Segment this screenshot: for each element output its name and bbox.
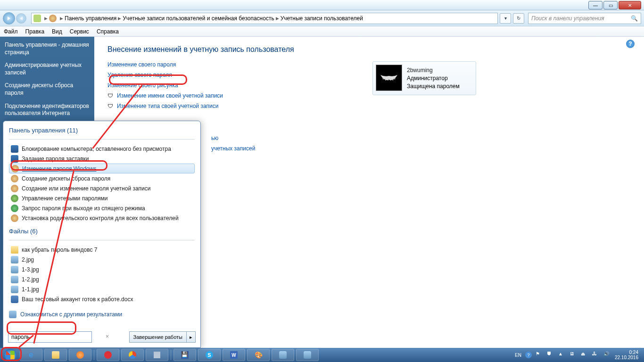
user-accounts-icon: [49, 15, 57, 22]
maximize-button[interactable]: ▭: [603, 1, 618, 9]
tray-icon[interactable]: ⛊: [547, 351, 554, 359]
result-icon: [11, 266, 18, 273]
taskbar-media[interactable]: [69, 349, 91, 361]
cp-result-item[interactable]: Изменение пароля Windows: [9, 164, 195, 173]
taskbar-skype[interactable]: S: [198, 349, 221, 361]
tray-icon[interactable]: ⚑: [536, 351, 543, 359]
avatar: [376, 65, 402, 91]
page-title: Внесение изменений в учетную запись поль…: [107, 45, 631, 54]
result-icon: [11, 286, 18, 293]
cp-result-item[interactable]: Управление сетевыми паролями: [9, 193, 195, 203]
crumb-0[interactable]: Панель управления: [65, 15, 116, 22]
breadcrumb[interactable]: ▶ ▶ Панель управления▶ Учетные записи по…: [31, 13, 498, 24]
refresh-button[interactable]: ↻: [513, 13, 524, 24]
tray-icon[interactable]: ⏏: [581, 351, 588, 359]
link-extra-1[interactable]: ью: [211, 135, 218, 141]
taskbar-save[interactable]: 💾: [173, 349, 196, 361]
shutdown-split-button[interactable]: Завершение работы ▸: [129, 331, 196, 343]
tray-volume-icon[interactable]: 🔊: [603, 351, 611, 359]
file-result-item[interactable]: как убрать пароль виндовс 7: [9, 245, 195, 255]
user-role: Администратор: [407, 74, 460, 82]
taskbar-app1[interactable]: [146, 349, 168, 361]
clear-search-icon[interactable]: ×: [106, 333, 109, 340]
computer-icon: [33, 15, 41, 22]
cp-result-item[interactable]: Установка родительского контроля для все…: [9, 213, 195, 223]
result-label: Задание пароля заставки: [22, 156, 89, 162]
taskbar: e 💾 S W 🎨 EN ? ⚑ ⛊ ▲ 🖥 ⏏ 🖧 🔊 0:24 22.10.…: [0, 348, 644, 362]
result-icon: [11, 155, 18, 163]
cp-result-item[interactable]: Создание или изменение пароля учетной за…: [9, 183, 195, 193]
crumb-2[interactable]: Учетные записи пользователей: [281, 15, 363, 22]
cp-result-item[interactable]: Задание пароля заставки: [9, 154, 195, 164]
close-button[interactable]: ✕: [619, 1, 641, 9]
sidebar-manage-accounts[interactable]: Администрирование учетных записей: [5, 62, 90, 76]
file-result-item[interactable]: 1-2.jpg: [9, 274, 195, 284]
user-protected: Защищена паролем: [407, 82, 460, 90]
shutdown-button[interactable]: Завершение работы: [129, 331, 187, 343]
tray-network-icon[interactable]: 🖧: [592, 351, 600, 359]
see-all-results[interactable]: Ознакомиться с другими результатами: [9, 311, 195, 318]
minimize-button[interactable]: —: [588, 1, 603, 9]
shutdown-options-button[interactable]: ▸: [187, 331, 196, 343]
taskbar-chrome[interactable]: [121, 349, 144, 361]
sidebar-home[interactable]: Панель управления - домашняя страница: [5, 41, 90, 56]
cp-result-item[interactable]: Создание дискеты сброса пароля: [9, 173, 195, 183]
result-label: 1-3.jpg: [22, 266, 39, 273]
link-extra-2[interactable]: учетных записей: [211, 145, 255, 152]
link-change-type[interactable]: Изменение типа своей учетной записи: [117, 103, 218, 109]
result-label: Запрос пароля при выходе из спящего режи…: [22, 205, 145, 212]
taskbar-paint[interactable]: 🎨: [247, 349, 270, 361]
result-icon: [11, 145, 18, 153]
tray-expand-icon[interactable]: ▲: [558, 351, 566, 359]
taskbar-separator: [94, 350, 94, 360]
user-card: 2bwuming Администратор Защищена паролем: [372, 61, 476, 95]
cp-result-item[interactable]: Блокирование компьютера, оставленного бе…: [9, 144, 195, 154]
result-label: Управление сетевыми паролями: [22, 195, 107, 202]
menu-view[interactable]: Вид: [52, 28, 62, 35]
result-icon: [11, 214, 18, 222]
result-label: как убрать пароль виндовс 7: [22, 247, 97, 253]
start-search-panel: Панель управления (11) Блокирование комп…: [3, 121, 201, 348]
tray-clock[interactable]: 0:24 22.10.2016: [615, 350, 638, 361]
tray-help-icon[interactable]: ?: [525, 352, 532, 358]
menu-file[interactable]: Файл: [4, 28, 18, 35]
file-result-item[interactable]: 1-1.jpg: [9, 284, 195, 294]
link-remove-password[interactable]: Удаление своего пароля: [107, 72, 172, 78]
nav-back-button[interactable]: [3, 12, 15, 25]
help-icon[interactable]: ?: [626, 40, 635, 48]
taskbar-word[interactable]: W: [223, 349, 245, 361]
menu-help[interactable]: Справка: [97, 28, 119, 35]
crumb-dropdown[interactable]: ▾: [500, 13, 511, 24]
taskbar-explorer[interactable]: [44, 349, 67, 361]
file-result-item[interactable]: 1-3.jpg: [9, 264, 195, 274]
menu-edit[interactable]: Правка: [25, 28, 45, 35]
tray-icon[interactable]: 🖥: [570, 351, 577, 359]
results-header-cp: Панель управления (11): [9, 127, 195, 141]
menu-tools[interactable]: Сервис: [70, 28, 89, 35]
nav-forward-button[interactable]: [16, 13, 26, 24]
menu-bar: Файл Правка Вид Сервис Справка: [0, 26, 644, 37]
result-icon: [11, 195, 18, 202]
taskbar-ie[interactable]: e: [20, 349, 42, 361]
result-label: Создание дискеты сброса пароля: [22, 175, 110, 182]
link-change-password[interactable]: Изменение своего пароля: [107, 61, 176, 68]
address-search[interactable]: Поиск в панели управления: [528, 13, 641, 24]
cp-result-item[interactable]: Запрос пароля при выходе из спящего режи…: [9, 203, 195, 213]
tray-lang[interactable]: EN: [515, 353, 521, 358]
file-result-item[interactable]: 2.jpg: [9, 255, 195, 264]
result-icon: [11, 296, 18, 303]
sidebar-reset-disk[interactable]: Создание дискеты сброса пароля: [5, 82, 90, 97]
start-button[interactable]: [2, 348, 19, 362]
start-search-input[interactable]: [8, 331, 92, 343]
sidebar-online-id[interactable]: Подключение идентификаторов пользователя…: [5, 103, 90, 117]
crumb-1[interactable]: Учетные записи пользователей и семейная …: [123, 15, 274, 22]
taskbar-opera[interactable]: [97, 349, 119, 361]
link-change-name[interactable]: Изменение имени своей учетной записи: [117, 92, 223, 99]
taskbar-image2[interactable]: [296, 349, 319, 361]
file-result-item[interactable]: Ваш тестовый аккаунт готов к работе.docx: [9, 294, 195, 304]
result-icon: [11, 185, 18, 192]
link-change-picture[interactable]: Изменение своего рисунка: [107, 82, 178, 89]
image-icon: [279, 351, 287, 359]
result-label: 1-2.jpg: [22, 276, 39, 283]
taskbar-image1[interactable]: [272, 349, 294, 361]
